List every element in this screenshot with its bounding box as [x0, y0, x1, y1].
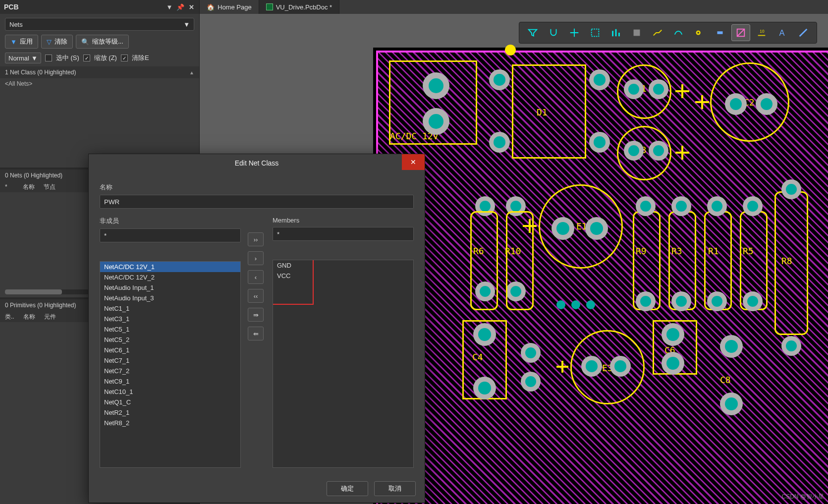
svg-rect-1 [634, 30, 640, 36]
select-checkbox[interactable] [45, 55, 52, 61]
chevron-down-icon: ▼ [183, 21, 190, 28]
zoom-checkbox[interactable] [83, 55, 90, 61]
route-icon[interactable] [648, 24, 667, 41]
dialog-title: Edit Net Class [235, 159, 279, 167]
zoom-level-button[interactable]: 🔍缩放等级... [76, 35, 129, 49]
list-item[interactable]: NetR2_1 [100, 407, 240, 418]
cancel-button[interactable]: 取消 [374, 481, 416, 496]
watermark: CSDN @智小星 [781, 493, 824, 501]
hole-icon[interactable] [690, 24, 709, 41]
list-item[interactable]: NetC5_1 [100, 324, 240, 335]
move-left-all-button[interactable]: ‹‹ [248, 289, 264, 303]
list-item[interactable]: NetC6_1 [100, 345, 240, 355]
list-item[interactable]: NetC5_2 [100, 335, 240, 345]
swap-left-button[interactable]: ⇚ [248, 327, 264, 340]
filter-icon[interactable] [523, 24, 542, 41]
list-item[interactable]: NetR8_2 [100, 418, 240, 428]
members-filter[interactable] [273, 227, 414, 241]
clear-checkbox[interactable] [121, 55, 128, 61]
snap-icon[interactable] [544, 24, 563, 41]
chevron-down-icon: ▼ [31, 55, 38, 62]
list-item[interactable]: NetC7_1 [100, 355, 240, 366]
dialog-title-bar[interactable]: Edit Net Class ✕ [89, 154, 425, 172]
pin-icon[interactable]: 📌 [176, 3, 184, 11]
close-icon[interactable]: ✕ [187, 3, 195, 11]
document-tabs: 🏠Home Page VU_Drive.PcbDoc * [200, 0, 828, 14]
move-right-button[interactable]: › [248, 251, 264, 265]
move-right-all-button[interactable]: ›› [248, 232, 264, 246]
net-icon[interactable] [669, 24, 688, 41]
list-item[interactable]: NetC7_2 [100, 366, 240, 376]
clear-button[interactable]: ▽清除 [41, 35, 73, 49]
pad-icon[interactable] [711, 24, 729, 41]
text-icon[interactable]: A [773, 24, 792, 41]
mode-combo[interactable]: Nets ▼ [5, 18, 194, 31]
list-item[interactable]: NetC1_1 [100, 303, 240, 314]
nonmembers-filter[interactable] [100, 228, 241, 242]
combo-value: Nets [9, 21, 23, 28]
dropdown-icon[interactable]: ▼ [166, 3, 173, 11]
via-icon[interactable] [731, 24, 750, 41]
nonmembers-list[interactable]: NetAC/DC 12V_1NetAC/DC 12V_2NetAudio Inp… [100, 261, 241, 468]
move-left-button[interactable]: ‹ [248, 270, 264, 284]
list-item[interactable]: NetC9_1 [100, 376, 240, 387]
svg-text:A: A [779, 28, 785, 37]
name-label: 名称 [100, 183, 414, 192]
list-item[interactable]: GND [273, 260, 413, 271]
list-item[interactable]: NetAudio Input_3 [100, 293, 240, 303]
component-icon[interactable] [627, 24, 646, 41]
members-label: Members [273, 217, 414, 224]
active-bar: 10 A [519, 22, 817, 44]
pcb-board: AC/DC 12V D1 C1 C3 [373, 48, 828, 504]
list-item[interactable]: NetAC/DC 12V_1 [100, 262, 240, 272]
class-name-input[interactable] [100, 195, 414, 209]
panel-header: PCB ▼ 📌 ✕ [0, 0, 199, 14]
members-list[interactable]: GNDVCC [273, 260, 414, 468]
list-item[interactable]: NetQ1_C [100, 397, 240, 407]
list-item[interactable]: NetC10_1 [100, 387, 240, 397]
panel-title: PCB [4, 3, 163, 11]
list-item[interactable]: NetC3_1 [100, 314, 240, 324]
swap-right-button[interactable]: ⇛ [248, 308, 264, 322]
dialog-close-button[interactable]: ✕ [402, 154, 425, 170]
list-item[interactable]: <All Nets> [5, 80, 194, 87]
netclass-header[interactable]: 1 Net Class (0 Highlighted)▲ [0, 66, 199, 78]
home-icon: 🏠 [207, 3, 215, 11]
svg-rect-4 [718, 31, 723, 34]
funnel-icon: ▼ [10, 38, 17, 46]
svg-point-3 [697, 32, 699, 34]
pcbdoc-icon [266, 3, 273, 10]
list-item[interactable]: NetAC/DC 12V_2 [100, 272, 240, 282]
collapse-icon[interactable]: ▲ [189, 70, 194, 75]
list-item[interactable]: NetAudio Input_1 [100, 282, 240, 293]
line-icon[interactable] [794, 24, 813, 41]
nonmembers-label: 非成员 [100, 217, 241, 225]
svg-text:10: 10 [760, 29, 765, 34]
crosshair-icon[interactable] [565, 24, 584, 41]
tab-document[interactable]: VU_Drive.PcbDoc * [259, 0, 339, 14]
edit-net-class-dialog: Edit Net Class ✕ 名称 非成员 NetAC/DC 12V_1Ne… [88, 154, 425, 503]
magnifier-icon: 🔍 [81, 38, 89, 46]
normal-combo[interactable]: Normal▼ [5, 53, 41, 63]
align-icon[interactable] [607, 24, 625, 41]
list-item[interactable]: VCC [273, 271, 413, 281]
tab-home[interactable]: 🏠Home Page [200, 0, 259, 14]
select-rect-icon[interactable] [586, 24, 605, 41]
ok-button[interactable]: 确定 [327, 481, 368, 496]
dimension-icon[interactable]: 10 [752, 24, 771, 41]
svg-rect-0 [592, 29, 599, 37]
funnel-clear-icon: ▽ [47, 38, 52, 46]
apply-button[interactable]: ▼应用 [5, 35, 38, 49]
